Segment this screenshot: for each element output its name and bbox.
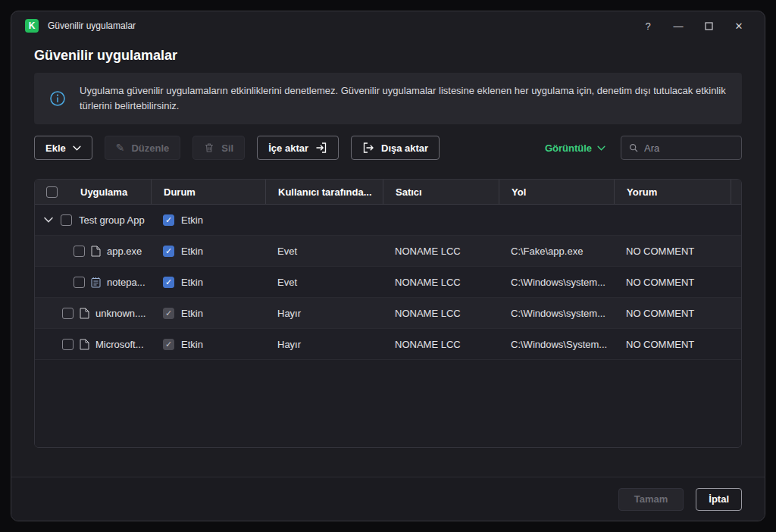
trusted-applications-window: K Güvenilir uygulamalar ? — ✕ Güvenilir … xyxy=(11,11,765,521)
view-button[interactable]: Görüntüle xyxy=(540,136,610,160)
header-path: Yol xyxy=(499,180,614,204)
table-row[interactable]: app.exe Etkin Evet NONAME LCC C:\Fake\ap… xyxy=(35,236,741,267)
file-icon xyxy=(80,308,89,319)
info-banner-text: Uygulama güvenilir uygulamaların etkinli… xyxy=(80,83,727,114)
titlebar: K Güvenilir uygulamalar ? — ✕ xyxy=(11,11,765,40)
header-spacer xyxy=(731,180,742,204)
kaspersky-logo-icon: K xyxy=(25,19,39,33)
header-comment: Yorum xyxy=(614,180,731,204)
table-row-group[interactable]: Test group App Etkin xyxy=(35,205,741,236)
help-button[interactable]: ? xyxy=(636,16,660,36)
select-all-checkbox[interactable] xyxy=(46,186,58,198)
edit-button-label: Düzenle xyxy=(131,142,169,154)
status-checkbox[interactable] xyxy=(163,246,174,257)
edit-button[interactable]: ✎ Düzenle xyxy=(105,136,181,160)
row-name: notepa... xyxy=(107,277,146,288)
expander-chevron-down-icon[interactable] xyxy=(44,217,53,223)
delete-button-label: Sil xyxy=(221,142,233,154)
applications-table: Uygulama Durum Kullanıcı tarafında... Sa… xyxy=(34,179,742,448)
notepad-icon xyxy=(91,277,101,288)
status-label: Etkin xyxy=(181,277,203,288)
export-icon xyxy=(362,142,374,154)
content: Uygulama güvenilir uygulamaların etkinli… xyxy=(11,73,765,477)
close-button[interactable]: ✕ xyxy=(727,16,751,36)
status-label: Etkin xyxy=(181,339,203,350)
status-checkbox-disabled[interactable] xyxy=(163,339,174,350)
toolbar-right: Görüntüle xyxy=(540,136,742,160)
minimize-button[interactable]: — xyxy=(666,16,690,36)
table-row[interactable]: notepa... Etkin Evet NONAME LCC C:\Windo… xyxy=(35,267,741,298)
header-application: Uygulama xyxy=(35,180,151,204)
import-icon xyxy=(315,142,327,154)
file-icon xyxy=(91,246,101,257)
file-icon xyxy=(80,339,89,350)
row-select-checkbox[interactable] xyxy=(74,246,85,257)
search-icon xyxy=(629,142,638,153)
row-name: Microsoft... xyxy=(95,339,144,350)
row-name: unknown.... xyxy=(95,308,146,319)
row-select-checkbox[interactable] xyxy=(62,308,74,319)
header-vendor: Satıcı xyxy=(383,180,499,204)
status-label: Etkin xyxy=(181,308,203,319)
trash-icon xyxy=(204,142,214,153)
status-label: Etkin xyxy=(181,214,203,226)
row-name: Test group App xyxy=(79,214,145,226)
status-checkbox-disabled[interactable] xyxy=(163,308,174,319)
search-input[interactable] xyxy=(644,142,734,154)
row-name: app.exe xyxy=(107,246,142,257)
table-empty-area xyxy=(35,360,741,447)
table-header: Uygulama Durum Kullanıcı tarafında... Sa… xyxy=(35,180,741,205)
row-select-checkbox[interactable] xyxy=(61,214,72,226)
status-checkbox[interactable] xyxy=(163,214,174,226)
footer: Tamam İptal xyxy=(11,477,765,521)
window-title: Güvenilir uygulamalar xyxy=(48,20,136,31)
row-select-checkbox[interactable] xyxy=(62,339,74,350)
search-box xyxy=(621,136,742,160)
chevron-down-icon xyxy=(73,146,81,151)
add-button[interactable]: Ekle xyxy=(34,136,92,160)
titlebar-left: K Güvenilir uygulamalar xyxy=(25,19,136,33)
cancel-button[interactable]: İptal xyxy=(696,488,742,511)
maximize-button[interactable] xyxy=(696,16,721,36)
import-button-label: İçe aktar xyxy=(268,142,308,154)
export-button[interactable]: Dışa aktar xyxy=(351,136,440,160)
maximize-icon xyxy=(705,22,713,30)
delete-button[interactable]: Sil xyxy=(192,136,245,160)
view-button-label: Görüntüle xyxy=(545,142,592,154)
status-checkbox[interactable] xyxy=(163,277,174,288)
table-row[interactable]: Microsoft... Etkin Hayır NONAME LCC C:\W… xyxy=(35,329,741,360)
pencil-icon: ✎ xyxy=(116,142,125,153)
logo-glyph: K xyxy=(29,20,36,31)
chevron-down-icon xyxy=(597,146,605,151)
row-select-checkbox[interactable] xyxy=(74,277,85,288)
table-row[interactable]: unknown.... Etkin Hayır NONAME LCC C:\Wi… xyxy=(35,298,741,329)
header-status: Durum xyxy=(151,180,265,204)
status-label: Etkin xyxy=(181,246,203,257)
info-banner: Uygulama güvenilir uygulamaların etkinli… xyxy=(34,73,742,124)
import-button[interactable]: İçe aktar xyxy=(257,136,339,160)
ok-button[interactable]: Tamam xyxy=(618,488,684,511)
header-user-defined: Kullanıcı tarafında... xyxy=(265,180,383,204)
export-button-label: Dışa aktar xyxy=(381,142,428,154)
page-title: Güvenilir uygulamalar xyxy=(34,48,742,64)
add-button-label: Ekle xyxy=(45,142,66,154)
window-controls: ? — ✕ xyxy=(636,16,751,36)
info-icon xyxy=(49,90,66,107)
toolbar: Ekle ✎ Düzenle Sil İçe aktar Dışa aktar xyxy=(34,136,742,160)
